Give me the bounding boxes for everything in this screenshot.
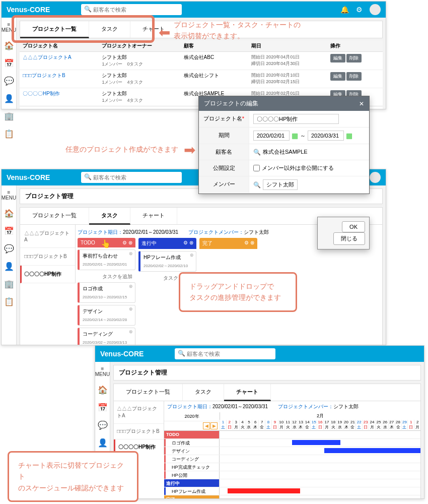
home-icon[interactable]: 🏠 xyxy=(98,385,108,395)
gantt-day: 7 xyxy=(258,420,265,424)
callout-1: プロジェクト一覧・タスク・チャートの 表示切替ができます。 xyxy=(174,19,301,42)
bell-icon[interactable]: 🔔 xyxy=(340,6,349,14)
gantt-day: 19 xyxy=(336,420,343,424)
gantt-weekday: 土 xyxy=(401,424,408,430)
project-sidebar: △△△プロジェクトA □□□プロジェクトB 〇〇〇〇HP制作 xyxy=(20,225,76,283)
gear-icon[interactable]: ⚙ ⊗ xyxy=(183,240,193,247)
menu-toggle-icon[interactable]: ≡MENU xyxy=(95,366,110,377)
delete-button[interactable]: 削除 xyxy=(346,72,362,81)
org-icon[interactable]: 🏢 xyxy=(4,111,14,121)
top-icons: 🔔 ⚙ xyxy=(340,4,381,15)
gantt-day: 1 xyxy=(407,420,414,424)
gantt-day: 14 xyxy=(304,420,310,424)
gantt-bar[interactable] xyxy=(324,448,421,453)
gantt-weekday: 火 xyxy=(330,424,336,430)
close-icon[interactable]: ⊗ xyxy=(190,253,194,258)
avatar[interactable] xyxy=(370,172,381,183)
ok-button[interactable]: OK xyxy=(342,221,365,232)
table-row: □□□プロジェクトB シフト太郎1メンバー 4タスク 株式会社シフト 開始日 2… xyxy=(20,70,383,88)
gantt-weekday: 金 xyxy=(349,424,356,430)
calendar-icon[interactable]: 📅 xyxy=(4,226,14,236)
tab-chart[interactable]: チャート xyxy=(130,21,177,38)
chat-icon[interactable]: 💬 xyxy=(4,76,14,86)
gantt-weekday: 水 xyxy=(336,424,343,430)
edit-button[interactable]: 編集 xyxy=(330,72,345,81)
gantt-weekday: 月 xyxy=(414,424,420,430)
chat-icon[interactable]: 💬 xyxy=(4,244,14,254)
menu-toggle-icon[interactable]: ≡MENU xyxy=(2,190,16,201)
callout-4: チャート表示に切替てプロジェクト のスケージュール確認ができます xyxy=(8,451,138,502)
prev-icon[interactable]: ◀ xyxy=(203,422,210,429)
project-item[interactable]: △△△プロジェクトA xyxy=(114,401,164,424)
task-card[interactable]: ⊗事前打ち合わせ2020/02/01～2020/02/01 xyxy=(78,249,135,270)
visibility-checkbox[interactable] xyxy=(253,165,260,171)
project-link[interactable]: □□□プロジェクトB xyxy=(23,73,65,78)
menu-toggle-icon[interactable]: ≡MENU xyxy=(2,22,16,33)
gantt-bar[interactable] xyxy=(292,440,340,445)
tab-list[interactable]: プロジェクト一覧 xyxy=(20,208,89,224)
project-link[interactable]: △△△プロジェクトA xyxy=(23,54,72,60)
tab-task[interactable]: タスク xyxy=(183,384,224,401)
org-icon[interactable]: 🏢 xyxy=(4,279,14,289)
gantt-bar[interactable] xyxy=(228,488,300,493)
close-icon[interactable]: ⊗ xyxy=(129,251,133,256)
tab-chart[interactable]: チャート xyxy=(130,208,177,224)
project-item[interactable]: △△△プロジェクトA xyxy=(20,225,75,248)
user-icon[interactable]: 👤 xyxy=(4,94,14,103)
close-icon[interactable]: ⊗ xyxy=(129,306,133,311)
project-item-selected[interactable]: 〇〇〇〇HP制作 xyxy=(20,266,75,283)
calendar-icon[interactable]: ▦ xyxy=(292,132,298,140)
search-icon[interactable]: 🔍 xyxy=(253,149,261,156)
task-card[interactable]: ⊗コーディング2020/03/02～2020/03/13 xyxy=(78,328,135,345)
date-to-input[interactable] xyxy=(308,131,344,141)
calendar-icon[interactable]: ▦ xyxy=(346,132,352,140)
gantt-day: 3 xyxy=(233,420,239,424)
tab-task[interactable]: タスク xyxy=(89,208,130,225)
user-icon[interactable]: 👤 xyxy=(98,438,108,448)
gear-icon[interactable]: ⚙ ⊗ xyxy=(244,240,254,247)
gantt-weekday: 月 xyxy=(369,424,375,430)
delete-button[interactable]: 削除 xyxy=(346,54,362,62)
gear-icon[interactable]: ⚙ ⊗ xyxy=(122,240,132,245)
date-from-input[interactable] xyxy=(253,131,290,141)
copy-icon[interactable]: 📋 xyxy=(4,129,14,139)
close-icon[interactable]: ⊗ xyxy=(129,329,133,334)
task-card[interactable]: ⊗ロゴ作成2020/02/10～2020/02/15 xyxy=(78,282,135,303)
gantt-task-label: HP完成度チェック xyxy=(164,463,220,471)
tab-task[interactable]: タスク xyxy=(89,21,130,38)
close-button[interactable]: 閉じる xyxy=(333,232,365,245)
edit-button[interactable]: 編集 xyxy=(330,54,345,62)
tab-list[interactable]: プロジェクト一覧 xyxy=(20,21,89,38)
next-icon[interactable]: ▶ xyxy=(210,422,218,429)
tab-list[interactable]: プロジェクト一覧 xyxy=(114,384,183,401)
home-icon[interactable]: 🏠 xyxy=(4,41,14,50)
gantt-weekday: 木 xyxy=(298,424,304,430)
calendar-icon[interactable]: 📅 xyxy=(4,58,14,68)
project-link[interactable]: 〇〇〇〇HP制作 xyxy=(23,91,60,96)
edit-modal: プロジェクトの編集✕ プロジェクト名* 期間▦ ～ ▦ 顧客名🔍 株式会社SAM… xyxy=(198,96,370,194)
task-card[interactable]: ⊗HPフレーム作成2020/02/02～2020/02/10 xyxy=(138,251,196,272)
home-icon[interactable]: 🏠 xyxy=(4,209,14,218)
gear-icon[interactable]: ⚙ xyxy=(356,6,363,14)
task-card[interactable]: ⊗デザイン2020/02/14～2020/02/28 xyxy=(78,305,135,326)
tab-chart[interactable]: チャート xyxy=(224,384,271,401)
search-icon[interactable]: 🔍 xyxy=(253,181,261,188)
project-name-input[interactable] xyxy=(253,114,339,124)
calendar-icon[interactable]: 📅 xyxy=(98,403,108,412)
project-item[interactable]: □□□プロジェクトB xyxy=(20,248,75,266)
project-item[interactable]: □□□プロジェクトB xyxy=(114,424,164,439)
gantt-weekday: 水 xyxy=(246,424,252,430)
search-input[interactable] xyxy=(81,4,182,15)
gantt-weekday: 日 xyxy=(317,424,323,430)
close-icon[interactable]: ⊗ xyxy=(129,284,133,289)
close-icon[interactable]: ✕ xyxy=(359,100,364,107)
gantt-day: 4 xyxy=(239,420,246,424)
search-input[interactable] xyxy=(175,348,275,359)
chat-icon[interactable]: 💬 xyxy=(98,420,108,430)
search-input[interactable] xyxy=(81,172,182,183)
window-kanban: Venus-CORE 🔍 🔔⚙ ≡MENU 🏠 📅 💬 👤 🏢 📋 プロジェクト… xyxy=(1,169,386,345)
avatar[interactable] xyxy=(370,4,381,15)
add-task[interactable]: タスクを追加 xyxy=(78,273,135,280)
user-icon[interactable]: 👤 xyxy=(4,262,14,271)
copy-icon[interactable]: 📋 xyxy=(4,297,14,306)
